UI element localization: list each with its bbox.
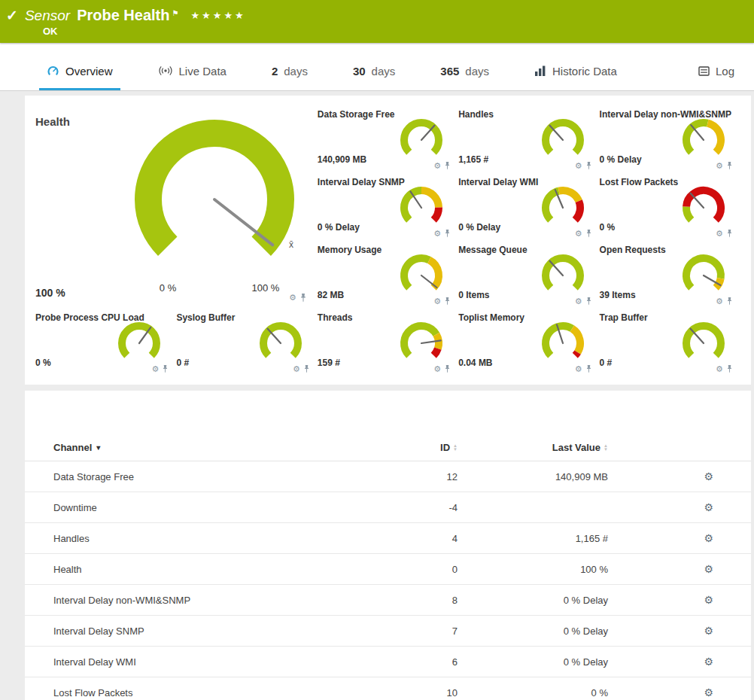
sort-icon[interactable]: ▲▼ [604, 444, 608, 452]
gear-icon[interactable]: ⚙ [716, 229, 723, 239]
table-row[interactable]: Interval Delay WMI 6 0 % Delay ⚙ [25, 647, 751, 677]
column-header-channel[interactable]: Channel ▾ [25, 442, 367, 453]
pin-icon[interactable] [303, 365, 310, 373]
sensor-type-label: Sensor [25, 8, 70, 24]
gauge-dial[interactable] [680, 184, 728, 232]
table-row[interactable]: Interval Delay SNMP 7 0 % Delay ⚙ [25, 616, 751, 647]
last-value-cell: 0 % Delay [458, 625, 608, 637]
pin-icon[interactable] [585, 365, 592, 373]
gauge-dial[interactable] [539, 251, 587, 300]
gear-icon[interactable]: ⚙ [704, 470, 713, 482]
gauge-value: 0 % [600, 222, 616, 233]
table-row[interactable]: Handles 4 1,165 # ⚙ [25, 523, 751, 554]
gear-icon[interactable]: ⚙ [293, 364, 300, 374]
gear-icon[interactable]: ⚙ [704, 594, 713, 606]
column-label: Channel [53, 442, 92, 453]
tab-unit: days [465, 65, 489, 78]
table-row[interactable]: Downtime -4 ⚙ [25, 492, 751, 523]
gear-icon[interactable]: ⚙ [289, 293, 296, 303]
gear-icon[interactable]: ⚙ [704, 656, 713, 668]
pin-icon[interactable] [585, 297, 592, 306]
channel-cell[interactable]: Interval Delay WMI [25, 656, 367, 668]
flag-icon[interactable]: ⚑ [172, 9, 178, 17]
gauge-dial[interactable] [397, 184, 445, 232]
gear-icon[interactable]: ⚙ [575, 364, 582, 374]
gear-icon[interactable]: ⚙ [152, 364, 160, 374]
pin-icon[interactable] [162, 365, 169, 373]
gauge-dial[interactable] [539, 116, 587, 164]
tab-unit: days [372, 65, 396, 78]
tab-historic-data[interactable]: Historic Data [527, 53, 625, 90]
pin-icon[interactable] [726, 162, 733, 170]
gauge-dial[interactable] [397, 251, 445, 300]
pin-icon[interactable] [585, 230, 592, 238]
gauge-dial[interactable] [397, 319, 445, 367]
gauge-value: 140,909 MB [318, 154, 366, 165]
gear-icon[interactable]: ⚙ [716, 364, 723, 374]
gear-icon[interactable]: ⚙ [433, 297, 441, 306]
gear-icon[interactable]: ⚙ [575, 297, 582, 306]
column-header-id[interactable]: ID ▲▼ [367, 442, 458, 453]
pin-icon[interactable] [726, 297, 733, 306]
pin-icon[interactable] [585, 162, 592, 170]
gear-icon[interactable]: ⚙ [433, 364, 441, 374]
table-row[interactable]: Lost Flow Packets 10 0 % ⚙ [25, 677, 751, 700]
gauge-cell-interval-delay-snmp: Interval Delay SNMP 0 % Delay ⚙ [318, 174, 458, 242]
tab-number: 30 [353, 65, 366, 78]
gear-icon[interactable]: ⚙ [704, 563, 713, 575]
channel-cell[interactable]: Interval Delay SNMP [25, 625, 367, 637]
pin-icon[interactable] [444, 365, 451, 373]
gear-icon[interactable]: ⚙ [704, 532, 713, 544]
channel-cell[interactable]: Health [25, 564, 367, 575]
channel-cell[interactable]: Interval Delay non-WMI&SNMP [25, 595, 367, 606]
pin-icon[interactable] [444, 297, 451, 306]
table-row[interactable]: Data Storage Free 12 140,909 MB ⚙ [25, 461, 751, 492]
gear-icon[interactable]: ⚙ [704, 625, 713, 637]
gear-icon[interactable]: ⚙ [704, 686, 713, 698]
health-gauge-dial[interactable]: x̄ [124, 109, 305, 290]
pin-icon[interactable] [444, 162, 451, 170]
last-value-cell: 0 % Delay [458, 656, 608, 668]
gear-icon[interactable]: ⚙ [575, 161, 582, 171]
tab-number: 365 [440, 65, 459, 78]
pin-icon[interactable] [444, 230, 451, 238]
channel-cell[interactable]: Handles [25, 533, 367, 544]
pin-icon[interactable] [299, 294, 307, 303]
gear-icon[interactable]: ⚙ [704, 501, 713, 513]
table-row[interactable]: Health 0 100 % ⚙ [25, 554, 751, 585]
tab-30-days[interactable]: 30 days [345, 53, 403, 90]
gear-icon[interactable]: ⚙ [716, 297, 723, 306]
table-row[interactable]: Interval Delay non-WMI&SNMP 8 0 % Delay … [25, 585, 751, 616]
gauge-dial[interactable] [115, 319, 163, 367]
gauge-cell-handles: Handles 1,165 # ⚙ [458, 106, 599, 174]
gauge-dial[interactable] [257, 319, 305, 367]
pin-icon[interactable] [726, 230, 733, 238]
tab-overview[interactable]: Overview [39, 53, 120, 90]
pin-icon[interactable] [726, 365, 733, 373]
gear-icon[interactable]: ⚙ [433, 161, 441, 171]
gear-icon[interactable]: ⚙ [433, 229, 441, 239]
gauge-dial[interactable] [397, 116, 445, 164]
tab-365-days[interactable]: 365 days [433, 53, 497, 90]
gauge-min-label: 0 % [160, 282, 176, 294]
channel-cell[interactable]: Downtime [25, 502, 367, 513]
gauges-grid: Health x̄ 0 % 100 % 100 % ⚙ Data Storage… [35, 106, 740, 377]
tab-live-data[interactable]: Live Data [150, 53, 234, 90]
tab-log[interactable]: Log [691, 53, 742, 90]
live-data-icon [158, 65, 173, 76]
tab-unit: days [284, 65, 308, 78]
gauge-dial[interactable] [539, 184, 587, 232]
gauge-dial[interactable] [680, 319, 728, 367]
log-icon [698, 66, 710, 76]
gauge-dial[interactable] [539, 319, 587, 367]
priority-stars[interactable]: ★★★★★ [190, 10, 245, 21]
channel-cell[interactable]: Lost Flow Packets [25, 687, 367, 698]
tab-2-days[interactable]: 2 days [264, 53, 315, 90]
last-value-cell: 140,909 MB [458, 471, 608, 482]
channel-cell[interactable]: Data Storage Free [25, 471, 367, 482]
gear-icon[interactable]: ⚙ [716, 161, 723, 171]
gear-icon[interactable]: ⚙ [575, 229, 582, 239]
gauge-dial[interactable] [680, 251, 728, 300]
column-header-last-value[interactable]: Last Value ▲▼ [458, 442, 608, 453]
gauge-dial[interactable] [680, 116, 728, 164]
